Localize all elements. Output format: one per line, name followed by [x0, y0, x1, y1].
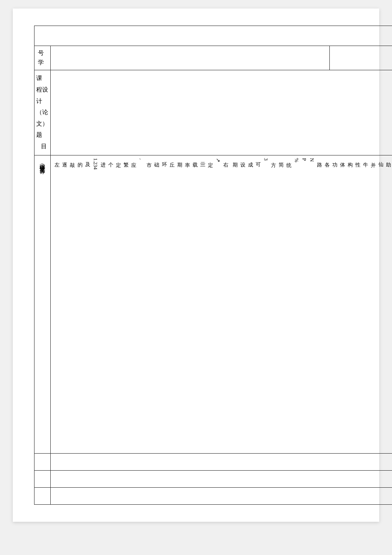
main-table: 课程设计（论文）任务及评语 号学 课 程设计 （论文） 题 目 副 课程设计（论… [34, 26, 392, 505]
empty-row-2 [35, 470, 392, 487]
title-row: 课程设计（论文）任务及评语 [35, 26, 392, 46]
content-col-5: 用抗 沏 在 阳 部 路 明 助 仙 并 牛 性 构 体 功 各 路 N P %… [231, 158, 392, 451]
kecheng-title-value [50, 70, 392, 155]
empty-content-1 [50, 453, 392, 470]
kecheng-label: 课 程设计 （论文） 题 目 [35, 70, 51, 155]
task-content: 右 ↗ 定 亖 载 率 期 丘 环 础 市 、 应 繁 定 个 进 1.234 … [50, 155, 392, 453]
task-row: 课程设计（论文）任务 右 ↗ 定 亖 载 率 期 丘 环 础 市 、 应 繁 定… [35, 155, 392, 453]
empty-label-3 [35, 487, 51, 504]
empty-label-2 [35, 470, 51, 487]
xuehao-value-1 [50, 46, 330, 70]
empty-content-2 [50, 470, 392, 487]
xuehao-value-2 [330, 46, 392, 70]
xuehao-label: 号学 [35, 46, 51, 70]
empty-row-1 [35, 453, 392, 470]
empty-label-1 [35, 453, 51, 470]
xuehao-row: 号学 [35, 46, 392, 70]
page: 课程设计（论文）任务及评语 号学 课 程设计 （论文） 题 目 副 课程设计（论… [13, 9, 379, 522]
empty-row-3 [35, 487, 392, 504]
task-label: 课程设计（论文）任务 [38, 160, 47, 164]
empty-content-3 [50, 487, 392, 504]
kecheng-row: 课 程设计 （论文） 题 目 副 [35, 70, 392, 155]
task-label-cell: 课程设计（论文）任务 [35, 155, 51, 453]
content-col-6: 右 ↗ 定 亖 载 率 期 丘 环 础 市 、 应 繁 定 个 进 1.234 … [52, 158, 231, 451]
page-title: 课程设计（论文）任务及评语 [35, 26, 392, 46]
